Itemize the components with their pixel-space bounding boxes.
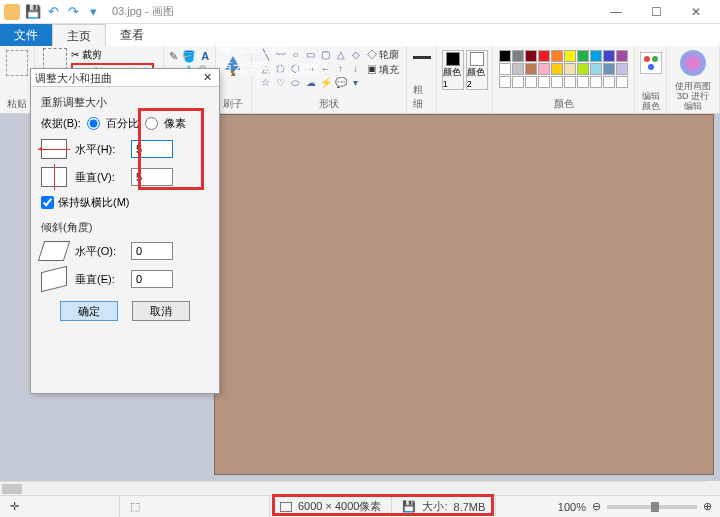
svg-rect-1 <box>640 52 662 74</box>
swatch[interactable] <box>525 50 537 62</box>
status-selection: ⬚ <box>120 496 270 517</box>
swatch[interactable] <box>577 63 589 75</box>
cancel-button[interactable]: 取消 <box>132 301 190 321</box>
color1-button[interactable]: 颜色 1 <box>442 50 464 90</box>
keep-ratio-checkbox[interactable] <box>41 196 54 209</box>
vert-input[interactable] <box>131 168 173 186</box>
swatch[interactable] <box>499 50 511 62</box>
swatch[interactable] <box>590 63 602 75</box>
group-swatches: 颜色 <box>493 46 635 113</box>
swatch[interactable] <box>564 50 576 62</box>
undo-icon[interactable]: ↶ <box>44 3 62 21</box>
tab-view[interactable]: 查看 <box>106 24 158 46</box>
swatch[interactable] <box>512 63 524 75</box>
group-paint3d: 使用画图 3D 进行编辑 <box>667 46 720 113</box>
redo-icon[interactable]: ↷ <box>64 3 82 21</box>
paste-label: 粘贴 <box>7 97 27 111</box>
quick-access: 💾 ↶ ↷ ▾ <box>24 3 102 21</box>
swatch[interactable] <box>603 76 615 88</box>
titlebar: 💾 ↶ ↷ ▾ 03.jpg - 画图 — ☐ ✕ <box>0 0 720 24</box>
swatch[interactable] <box>590 50 602 62</box>
ribbon-tabs: 文件 主页 查看 <box>0 24 720 46</box>
status-dimensions: 6000 × 4000像素 <box>270 496 392 517</box>
cursor-icon: ✛ <box>10 500 19 513</box>
tab-home[interactable]: 主页 <box>52 24 106 46</box>
pencil-icon[interactable]: ✎ <box>166 50 180 63</box>
status-cursor: ✛ <box>0 496 120 517</box>
dimensions-icon <box>280 502 292 512</box>
radio-percent[interactable] <box>87 117 100 130</box>
editcolors-icon[interactable] <box>640 52 662 74</box>
save-icon[interactable]: 💾 <box>24 3 42 21</box>
status-bar: ✛ ⬚ 6000 × 4000像素 💾 大小: 8.7MB 100% ⊖ ⊕ <box>0 495 720 517</box>
skew-section-title: 倾斜(角度) <box>41 220 209 235</box>
swatch[interactable] <box>577 76 589 88</box>
group-colorpick: 颜色 1 颜色 2 <box>437 46 493 113</box>
status-filesize: 💾 大小: 8.7MB <box>392 496 496 517</box>
svg-point-4 <box>648 64 654 70</box>
group-size: 粗细 <box>407 46 437 113</box>
disk-icon: 💾 <box>402 500 416 513</box>
zoom-out-button[interactable]: ⊖ <box>592 500 601 513</box>
swatch[interactable] <box>564 63 576 75</box>
select-tool[interactable] <box>43 48 67 70</box>
resize-dialog: 调整大小和扭曲 ✕ 重新调整大小 依据(B): 百分比 像素 水平(H): 垂直… <box>30 68 220 394</box>
zoom-label: 100% <box>558 501 586 513</box>
size-icon[interactable] <box>413 56 431 59</box>
swatch[interactable] <box>564 76 576 88</box>
scroll-corner <box>706 481 720 495</box>
swatch[interactable] <box>538 50 550 62</box>
swatch[interactable] <box>590 76 602 88</box>
swatch[interactable] <box>616 76 628 88</box>
swatch[interactable] <box>538 76 550 88</box>
swatch[interactable] <box>512 50 524 62</box>
annotation-text: 修改百分比 原本百分比100 <box>218 36 318 80</box>
shape-fill[interactable]: ▣ 填充 <box>367 63 400 77</box>
paint3d-icon[interactable] <box>680 50 706 76</box>
swatch[interactable] <box>525 76 537 88</box>
zoom-in-button[interactable]: ⊕ <box>703 500 712 513</box>
swatch[interactable] <box>551 76 563 88</box>
minimize-button[interactable]: — <box>596 0 636 24</box>
swatch[interactable] <box>499 63 511 75</box>
maximize-button[interactable]: ☐ <box>636 0 676 24</box>
ok-button[interactable]: 确定 <box>60 301 118 321</box>
swatch[interactable] <box>603 50 615 62</box>
paste-icon[interactable] <box>6 50 28 76</box>
app-icon <box>4 4 20 20</box>
swatch[interactable] <box>551 50 563 62</box>
swatch[interactable] <box>525 63 537 75</box>
crop-button[interactable]: ✂ 裁剪 <box>71 48 154 62</box>
image-canvas[interactable] <box>214 114 714 475</box>
text-icon[interactable]: A <box>198 50 212 63</box>
zoom-slider[interactable] <box>607 505 697 509</box>
skew-v-input[interactable] <box>131 270 173 288</box>
swatch[interactable] <box>499 76 511 88</box>
h-scrollbar[interactable] <box>0 481 706 495</box>
selection-icon: ⬚ <box>130 500 140 513</box>
horiz-icon <box>41 139 67 159</box>
tab-file[interactable]: 文件 <box>0 24 52 46</box>
close-button[interactable]: ✕ <box>676 0 716 24</box>
dialog-close-icon[interactable]: ✕ <box>199 71 215 84</box>
shape-outline[interactable]: ◇ 轮廓 <box>367 48 400 62</box>
svg-point-2 <box>644 56 650 62</box>
swatch[interactable] <box>616 63 628 75</box>
swatch-grid[interactable] <box>499 50 628 88</box>
color2-button[interactable]: 颜色 2 <box>466 50 488 90</box>
svg-point-3 <box>652 56 658 62</box>
qat-dropdown-icon[interactable]: ▾ <box>84 3 102 21</box>
radio-pixels[interactable] <box>145 117 158 130</box>
skew-h-icon <box>38 241 70 261</box>
swatch[interactable] <box>512 76 524 88</box>
swatch[interactable] <box>616 50 628 62</box>
skew-h-input[interactable] <box>131 242 173 260</box>
swatch[interactable] <box>577 50 589 62</box>
horiz-input[interactable] <box>131 140 173 158</box>
swatch[interactable] <box>538 63 550 75</box>
bucket-icon[interactable]: 🪣 <box>182 50 196 63</box>
window-title: 03.jpg - 画图 <box>112 4 174 19</box>
swatch[interactable] <box>551 63 563 75</box>
swatch[interactable] <box>603 63 615 75</box>
vert-icon <box>41 167 67 187</box>
